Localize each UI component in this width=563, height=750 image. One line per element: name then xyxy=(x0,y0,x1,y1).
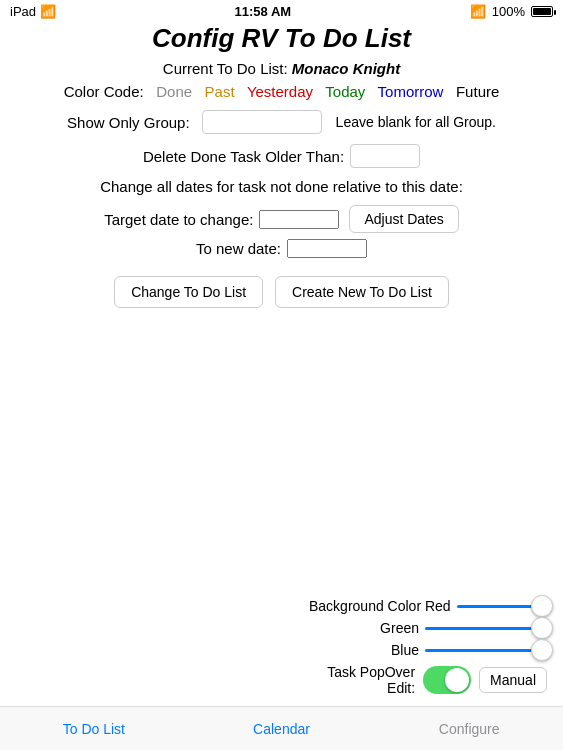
status-right: 📶 100% xyxy=(470,4,553,19)
new-date-input[interactable] xyxy=(287,239,367,258)
status-bar: iPad 📶 11:58 AM 📶 100% xyxy=(0,0,563,23)
color-code-row: Color Code: Done Past Yesterday Today To… xyxy=(16,83,547,100)
adjust-dates-button[interactable]: Adjust Dates xyxy=(349,205,458,233)
tab-calendar[interactable]: Calendar xyxy=(188,721,376,737)
tab-todo-label: To Do List xyxy=(63,721,125,737)
task-popover-toggle[interactable] xyxy=(423,666,471,694)
main-content: Config RV To Do List Current To Do List:… xyxy=(0,23,563,308)
current-list-name: Monaco Knight xyxy=(292,60,400,77)
green-slider-thumb[interactable] xyxy=(531,617,553,639)
change-todo-list-button[interactable]: Change To Do List xyxy=(114,276,263,308)
new-date-row: To new date: xyxy=(196,239,367,258)
green-label: Green xyxy=(309,620,419,636)
tab-configure-label: Configure xyxy=(439,721,500,737)
new-date-label: To new date: xyxy=(196,240,281,257)
action-buttons-row: Change To Do List Create New To Do List xyxy=(16,276,547,308)
delete-done-input[interactable] xyxy=(350,144,420,168)
page-title: Config RV To Do List xyxy=(16,23,547,54)
background-color-label: Background Color Red xyxy=(309,598,451,614)
show-group-row: Show Only Group: Leave blank for all Gro… xyxy=(16,110,547,134)
create-new-todo-list-button[interactable]: Create New To Do List xyxy=(275,276,449,308)
color-future: Future xyxy=(456,83,499,100)
color-today: Today xyxy=(325,83,365,100)
manual-button[interactable]: Manual xyxy=(479,667,547,693)
blue-label: Blue xyxy=(309,642,419,658)
current-list-row: Current To Do List: Monaco Knight xyxy=(16,60,547,77)
color-done: Done xyxy=(156,83,192,100)
color-past: Past xyxy=(205,83,235,100)
task-popover-label: Task PopOver Edit: xyxy=(309,664,415,696)
delete-done-row: Delete Done Task Older Than: xyxy=(16,144,547,168)
color-code-label: Color Code: xyxy=(64,83,144,100)
leave-blank-text: Leave blank for all Group. xyxy=(336,114,496,130)
status-carrier: iPad 📶 xyxy=(10,4,56,19)
wifi-icon: 📶 xyxy=(40,4,56,19)
target-date-input[interactable] xyxy=(259,210,339,229)
tab-bar: To Do List Calendar Configure xyxy=(0,706,563,750)
toggle-knob xyxy=(445,668,469,692)
color-tomorrow: Tomorrow xyxy=(378,83,444,100)
blue-slider-thumb[interactable] xyxy=(531,639,553,661)
task-popover-row: Task PopOver Edit: Manual xyxy=(309,664,547,696)
battery-percent: 100% xyxy=(492,4,525,19)
red-slider-row: Background Color Red xyxy=(309,598,547,614)
green-slider-track xyxy=(425,627,547,630)
tab-calendar-label: Calendar xyxy=(253,721,310,737)
green-slider-row: Green xyxy=(309,620,547,636)
delete-done-label: Delete Done Task Older Than: xyxy=(143,148,344,165)
target-date-section: Target date to change: Adjust Dates To n… xyxy=(16,205,547,264)
color-yesterday: Yesterday xyxy=(247,83,313,100)
carrier-label: iPad xyxy=(10,4,36,19)
target-date-label: Target date to change: xyxy=(104,211,253,228)
red-slider-track xyxy=(457,605,547,608)
tab-todo-list[interactable]: To Do List xyxy=(0,721,188,737)
current-list-label: Current To Do List: xyxy=(163,60,288,77)
tab-configure[interactable]: Configure xyxy=(375,721,563,737)
show-group-label: Show Only Group: xyxy=(67,114,190,131)
blue-slider-track xyxy=(425,649,547,652)
show-group-input[interactable] xyxy=(202,110,322,134)
red-slider-thumb[interactable] xyxy=(531,595,553,617)
battery-icon xyxy=(531,6,553,17)
target-date-row: Target date to change: Adjust Dates xyxy=(104,205,459,233)
status-time: 11:58 AM xyxy=(235,4,292,19)
bluetooth-icon: 📶 xyxy=(470,4,486,19)
change-dates-note: Change all dates for task not done relat… xyxy=(16,178,547,195)
background-color-section: Background Color Red Green Blue Task Pop… xyxy=(293,588,563,706)
blue-slider-row: Blue xyxy=(309,642,547,658)
